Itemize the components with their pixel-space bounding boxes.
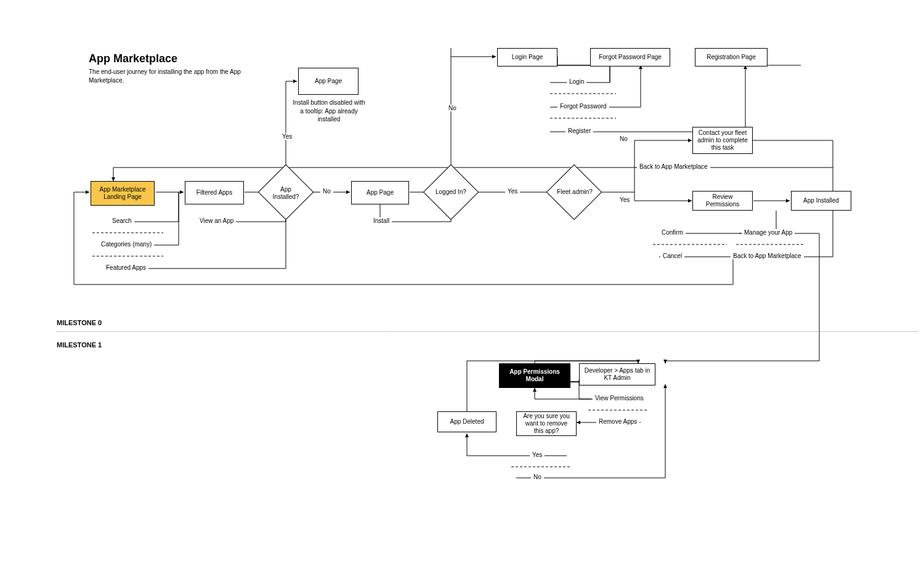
milestone-1: MILESTONE 1: [57, 341, 102, 349]
note-app-page-top: Install button disabled with a tooltip: …: [293, 99, 365, 124]
node-are-you-sure: Are you sure you want to remove this app…: [516, 411, 577, 436]
node-app-deleted: App Deleted: [437, 411, 496, 432]
label-no-fleet-admin: No: [617, 135, 630, 142]
node-app-page-top: App Page: [298, 68, 359, 95]
label-view-an-app: View an App: [197, 217, 236, 224]
label-back-marketplace-top: Back to App Marketplace: [637, 163, 710, 170]
milestone-divider: [57, 331, 918, 332]
label-confirm: Confirm: [659, 229, 686, 236]
node-review-permissions: Review Permissions: [692, 191, 753, 211]
label-no-remove: No: [531, 474, 544, 480]
label-back-marketplace-bottom: Back to App Marketplace: [731, 252, 804, 259]
node-kt-admin: Developer > Apps tab in KT Admin: [579, 363, 655, 385]
milestone-0: MILESTONE 0: [57, 319, 102, 326]
label-view-permissions: View Permissions: [593, 395, 646, 402]
label-featured-apps: Featured Apps: [103, 264, 148, 271]
label-yes-installed: Yes: [280, 133, 294, 140]
node-app-installed: App Installed: [791, 191, 851, 211]
label-yes-remove: Yes: [530, 451, 545, 458]
label-install: Install: [371, 217, 392, 224]
label-remove-apps: Remove Apps: [596, 418, 639, 425]
diagram-description: The end-user journey for installing the …: [89, 68, 261, 84]
label-register: Register: [565, 127, 593, 134]
decision-fleet-admin-label: Fleet admin?: [556, 188, 593, 196]
label-yes-fleet-admin: Yes: [617, 196, 632, 203]
label-cancel: Cancel: [660, 252, 684, 259]
node-login-page: Login Page: [497, 48, 557, 67]
node-landing-page: App Marketplace Landing Page: [91, 181, 155, 206]
node-app-page-mid: App Page: [351, 181, 409, 204]
decision-app-installed-label: App Installed?: [267, 186, 304, 200]
node-registration-page: Registration Page: [695, 48, 768, 67]
label-manage-your-app: Manage your App: [742, 229, 795, 236]
label-no-installed: No: [320, 188, 333, 195]
label-login: Login: [567, 78, 586, 85]
label-forgot-password: Forgot Password: [557, 103, 609, 110]
node-forgot-password-page: Forgot Password Page: [590, 48, 670, 67]
node-contact-admin: Contact your fleet admin to complete thi…: [692, 127, 753, 154]
label-search: Search: [110, 217, 134, 224]
node-app-permissions-modal: App Permissions Modal: [499, 363, 570, 388]
label-categories: Categories (many): [99, 241, 154, 248]
decision-logged-in-label: Logged In?: [432, 188, 469, 196]
label-no-logged-in: No: [446, 105, 459, 111]
label-yes-logged-in: Yes: [505, 188, 520, 195]
diagram-title: App Marketplace: [89, 52, 177, 65]
node-filtered-apps: Filtered Apps: [185, 181, 244, 204]
